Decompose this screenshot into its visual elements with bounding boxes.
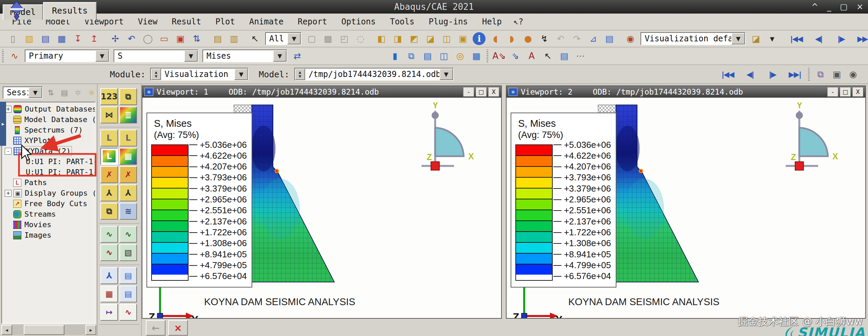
- text-annotation-icon[interactable]: A: [524, 48, 539, 64]
- menu-report[interactable]: Report: [291, 14, 334, 29]
- tree-item-model-database-2[interactable]: Model Database (2): [2, 114, 95, 125]
- viewport-annotation-options-icon[interactable]: ▦: [469, 48, 484, 64]
- cycle-views-icon[interactable]: ⇅: [189, 31, 204, 46]
- chevron-down-icon[interactable]: ▼: [287, 33, 301, 44]
- rotate-view-icon[interactable]: ↶: [124, 31, 139, 46]
- undo-icon[interactable]: ↶: [553, 31, 568, 46]
- view-back-icon[interactable]: ◩: [406, 31, 422, 46]
- apply-field-output-icon[interactable]: ⇄: [290, 48, 305, 64]
- close-viewport-icon[interactable]: X: [852, 87, 863, 97]
- record-animation-icon[interactable]: ▣: [829, 66, 845, 82]
- plot-deformed-shape-button[interactable]: L: [119, 130, 137, 146]
- context-help-icon[interactable]: ↖?: [509, 17, 528, 26]
- select-cursor-icon[interactable]: ↖: [247, 31, 263, 46]
- menu-plug-ins[interactable]: Plug-ins: [421, 14, 475, 29]
- scrollbar-thumb[interactable]: [24, 325, 64, 335]
- minimize-viewport-icon[interactable]: -: [463, 87, 474, 97]
- plot-material-orientations-button[interactable]: ⅄: [100, 184, 118, 201]
- minimize-window-icon[interactable]: _: [827, 2, 831, 12]
- customize-icon[interactable]: ▥: [226, 31, 242, 46]
- contour-options-button[interactable]: ▦: [119, 148, 137, 165]
- field-output-variable-combo[interactable]: S ▼: [114, 50, 198, 62]
- pan-view-icon[interactable]: ✢: [107, 31, 123, 46]
- animate-scale-factor-button[interactable]: ∿: [100, 226, 118, 243]
- tree-expand-toggle[interactable]: +: [5, 190, 12, 197]
- chevron-down-icon[interactable]: ▼: [28, 87, 42, 98]
- plot-contours-button[interactable]: L: [100, 148, 118, 165]
- last-frame-icon[interactable]: ▶▶|: [784, 66, 806, 82]
- model-combo[interactable]: ▲▼ /tmp/job1744432039.8214.odb ▼: [294, 68, 454, 81]
- tree-item-display-groups-1[interactable]: +▣Display Groups (1): [2, 188, 95, 198]
- previous-frame-icon[interactable]: ◀|: [739, 66, 761, 82]
- info-icon[interactable]: ℹ: [473, 32, 486, 45]
- tree-item-u-u1-pi-part-1-1-n[interactable]: U:U1 PI: PART-1-1 N: [2, 156, 95, 167]
- viewport-titlebar[interactable]: ≡ Viewport: 2 ODB: /tmp/job1744432039.82…: [507, 86, 865, 98]
- xy-data-manager-button[interactable]: ▤: [119, 285, 137, 302]
- ply-stack-plot-button[interactable]: 123: [100, 88, 118, 105]
- animation-options-button[interactable]: ▧: [119, 244, 137, 261]
- selection-scope-combo[interactable]: All ▼: [265, 32, 301, 45]
- viewport-canvas[interactable]: S, Mises (Avg: 75%) +5.036e+06+4.622e+06…: [142, 98, 501, 318]
- collapse-window-icon[interactable]: ^: [811, 2, 818, 12]
- maximize-viewport-icon[interactable]: □: [840, 87, 851, 97]
- selection-filter-objects-icon[interactable]: ▢: [304, 31, 319, 46]
- annotation-manager-icon[interactable]: ▤: [556, 48, 572, 64]
- import-file-icon[interactable]: ↧: [70, 31, 86, 46]
- view-left-icon[interactable]: ▣: [455, 31, 471, 46]
- chevron-down-icon[interactable]: ▼: [439, 68, 453, 80]
- save-icon[interactable]: ▤: [38, 31, 53, 46]
- open-file-icon[interactable]: ▨: [21, 31, 37, 46]
- color-code-icon[interactable]: ◪: [748, 31, 764, 46]
- view-front-icon[interactable]: ◨: [390, 31, 406, 46]
- maximize-viewport-icon[interactable]: □: [476, 87, 487, 97]
- tile-horizontally-icon[interactable]: ▤: [420, 48, 435, 64]
- menu-tools[interactable]: Tools: [383, 14, 421, 29]
- new-file-icon[interactable]: ▯: [5, 31, 21, 46]
- animate-harmonic-button[interactable]: ∿: [100, 244, 118, 261]
- print-icon[interactable]: ▦: [54, 31, 70, 46]
- render-wireframe-icon[interactable]: ●: [520, 31, 536, 46]
- field-output-component-combo[interactable]: Mises ▼: [202, 50, 287, 62]
- view-bottom-icon[interactable]: ◫: [439, 31, 454, 46]
- last-image-icon[interactable]: ▶▶|: [852, 31, 868, 46]
- first-image-icon[interactable]: |◀◀: [785, 31, 807, 46]
- allow-multiple-plot-states-button[interactable]: ⧉: [100, 203, 118, 220]
- overlay-plot-icon[interactable]: ⧉: [813, 66, 828, 82]
- plot-undeformed-shape-button[interactable]: L: [100, 130, 118, 146]
- tree-expand-toggle[interactable]: -: [5, 148, 12, 155]
- toolbar-grip[interactable]: [2, 50, 4, 62]
- tree-item-u-u1-pi-part-1-1-n[interactable]: U:U1 PI: PART-1-1 N: [2, 167, 95, 177]
- tab-results[interactable]: Results: [43, 2, 96, 20]
- tree-filter-icon[interactable]: ✲: [72, 86, 84, 99]
- xy-data-table-button[interactable]: ▦: [100, 285, 118, 302]
- tree-item-xydata-2[interactable]: -XYData (2): [2, 146, 95, 156]
- fit-view-icon[interactable]: ▣: [173, 31, 188, 46]
- selection-filter-groups-icon[interactable]: ▩: [320, 31, 336, 46]
- manipulation-mode-icon[interactable]: ↯: [536, 31, 552, 46]
- tree-item-output-databases[interactable]: +Output Databases (: [2, 104, 95, 114]
- box-zoom-icon[interactable]: ▭: [156, 31, 172, 46]
- tree-item-xyplots[interactable]: XYPlots: [2, 135, 95, 146]
- orientation-compass[interactable]: Y X Z: [778, 102, 842, 178]
- first-frame-icon[interactable]: |◀◀: [717, 66, 738, 82]
- tree-item-spectrums-7[interactable]: Spectrums (7): [2, 125, 95, 135]
- field-output-icon[interactable]: ∿: [7, 48, 22, 64]
- tile-vertically-icon[interactable]: ◫: [436, 48, 452, 64]
- link-viewports-icon[interactable]: ◎: [452, 48, 468, 64]
- menu-result[interactable]: Result: [164, 14, 208, 29]
- free-body-diagram-button[interactable]: ⅄: [100, 267, 118, 284]
- cascade-viewports-icon[interactable]: ⧉: [403, 48, 419, 64]
- toolbar-grip[interactable]: [487, 50, 488, 62]
- tree-horizontal-scrollbar[interactable]: ◀ ▶: [1, 324, 96, 335]
- overlay-plot-options-button[interactable]: ≋: [119, 203, 137, 220]
- previous-prompt-button[interactable]: ←: [146, 320, 165, 336]
- tree-item-movies[interactable]: Movies: [2, 219, 95, 230]
- color-code-defaults-combo[interactable]: Visualization defaults ▼: [640, 32, 746, 45]
- cancel-prompt-button[interactable]: ×: [168, 320, 188, 336]
- previous-image-icon[interactable]: ◀|: [808, 31, 829, 46]
- view-iso-icon[interactable]: ◧: [374, 31, 389, 46]
- tree-spinner-icon[interactable]: ⇅: [44, 86, 57, 99]
- selection-filter-cells-icon[interactable]: ◰: [336, 31, 352, 46]
- chevron-down-icon[interactable]: ▼: [731, 33, 745, 44]
- orientation-compass[interactable]: Y X Z: [414, 102, 478, 178]
